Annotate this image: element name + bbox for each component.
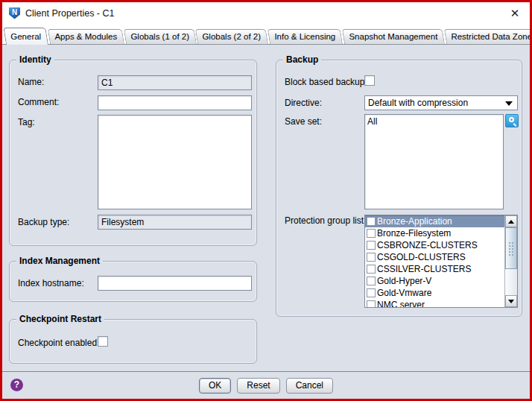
general-tab-panel: Identity Name: C1 Comment: Tag: Backup t… <box>2 45 530 371</box>
comment-label: Comment: <box>18 97 59 107</box>
list-item[interactable]: Bronze-Application <box>365 215 504 227</box>
name-field: C1 <box>98 75 252 90</box>
scrollbar-thumb[interactable] <box>505 227 517 269</box>
arrow-up-icon <box>508 220 514 224</box>
item-checkbox[interactable] <box>367 253 376 262</box>
list-item[interactable]: CSBRONZE-CLUSTERS <box>365 239 504 251</box>
backup-group: Backup Block based backup: Directive: De… <box>276 60 522 317</box>
item-label: Gold-Vmware <box>377 288 431 298</box>
item-label: Bronze-Application <box>377 216 452 227</box>
backup-type-field: Filesystem <box>98 215 252 230</box>
cancel-button[interactable]: Cancel <box>286 378 333 394</box>
client-properties-dialog: N Client Properties - C1 ✕ General Apps … <box>0 0 532 401</box>
tag-textarea[interactable] <box>98 115 252 209</box>
directive-selected-value: Default with compression <box>368 98 468 108</box>
scroll-down-button[interactable] <box>505 295 517 307</box>
identity-group-title: Identity <box>16 54 54 65</box>
arrow-down-icon <box>508 300 514 303</box>
item-checkbox[interactable] <box>367 288 376 297</box>
tab-globals-1[interactable]: Globals (1 of 2) <box>124 29 197 44</box>
index-management-group-title: Index Management <box>16 256 103 266</box>
title-bar: N Client Properties - C1 ✕ <box>2 2 530 24</box>
directive-label: Directive: <box>285 98 322 108</box>
item-label: CSGOLD-CLUSTERS <box>377 252 466 262</box>
tab-strip: General Apps & Modules Globals (1 of 2) … <box>2 24 530 45</box>
item-checkbox[interactable] <box>367 300 376 308</box>
item-label: Bronze-Filesystem <box>377 228 451 239</box>
name-label: Name: <box>18 77 44 87</box>
comment-field[interactable] <box>98 95 252 110</box>
tab-label: Globals (2 of 2) <box>203 32 262 41</box>
item-label: NMC server <box>377 300 425 308</box>
item-label: CSBRONZE-CLUSTERS <box>377 240 478 250</box>
item-checkbox[interactable] <box>367 229 376 238</box>
search-icon-handle <box>513 123 517 127</box>
block-based-backup-label: Block based backup: <box>285 77 367 87</box>
index-management-group: Index Management Index hostname: <box>9 261 257 302</box>
list-item[interactable]: NMC server <box>365 299 504 308</box>
tab-label: General <box>10 32 41 41</box>
checkpoint-restart-group: Checkpoint Restart Checkpoint enabled: <box>9 319 257 364</box>
list-item[interactable]: Gold-Hyper-V <box>365 275 504 287</box>
protection-group-listbox: Bronze-Application Bronze-Filesystem CSB… <box>364 215 518 308</box>
item-checkbox[interactable] <box>367 241 376 250</box>
tab-general[interactable]: General <box>3 28 48 45</box>
protection-group-items: Bronze-Application Bronze-Filesystem CSB… <box>365 215 504 308</box>
close-icon[interactable]: ✕ <box>507 7 523 20</box>
search-icon <box>509 117 514 122</box>
tab-snapshot-management[interactable]: Snapshot Management <box>342 29 445 44</box>
save-set-label: Save set: <box>285 116 322 127</box>
button-bar: ? OK Reset Cancel <box>2 371 530 399</box>
item-label: Gold-Hyper-V <box>377 276 431 286</box>
chevron-down-icon <box>505 101 513 106</box>
directive-select[interactable]: Default with compression <box>364 95 518 110</box>
list-item[interactable]: Bronze-Filesystem <box>365 227 504 239</box>
ok-button[interactable]: OK <box>199 378 231 394</box>
protection-group-list-label: Protection group list: <box>285 215 366 226</box>
save-set-search-button[interactable] <box>505 114 519 127</box>
backup-type-label: Backup type: <box>18 217 69 227</box>
tab-label: Snapshot Management <box>349 32 437 41</box>
list-item[interactable]: Gold-Vmware <box>365 287 504 299</box>
item-label: CSSILVER-CLUSTERS <box>377 264 471 274</box>
item-checkbox[interactable] <box>367 265 376 274</box>
checkpoint-enabled-label: Checkpoint enabled: <box>18 338 99 348</box>
tab-label: Apps & Modules <box>54 32 117 41</box>
tab-restricted-data-zones[interactable]: Restricted Data Zones <box>444 29 532 44</box>
tab-label: Globals (1 of 2) <box>130 32 189 41</box>
item-checkbox[interactable] <box>367 217 376 226</box>
tab-label: Info & Licensing <box>274 32 335 41</box>
help-button[interactable]: ? <box>10 379 23 391</box>
list-item[interactable]: CSGOLD-CLUSTERS <box>365 251 504 263</box>
checkpoint-restart-group-title: Checkpoint Restart <box>16 314 104 324</box>
index-hostname-field[interactable] <box>98 276 252 291</box>
tab-info-licensing[interactable]: Info & Licensing <box>267 29 343 44</box>
block-based-backup-checkbox[interactable] <box>364 75 375 86</box>
list-scrollbar[interactable] <box>504 215 517 307</box>
item-checkbox[interactable] <box>367 277 376 285</box>
tab-apps-modules[interactable]: Apps & Modules <box>48 29 124 44</box>
scroll-up-button[interactable] <box>505 215 517 227</box>
index-hostname-label: Index hostname: <box>18 278 84 288</box>
reset-button[interactable]: Reset <box>237 378 279 394</box>
identity-group: Identity Name: C1 Comment: Tag: Backup t… <box>9 60 257 246</box>
list-item[interactable]: CSSILVER-CLUSTERS <box>365 263 504 275</box>
networker-app-icon: N <box>9 7 20 19</box>
checkpoint-enabled-checkbox[interactable] <box>98 336 108 347</box>
window-title: Client Properties - C1 <box>25 8 115 19</box>
save-set-textarea[interactable]: All <box>364 114 504 209</box>
backup-group-title: Backup <box>283 54 321 65</box>
tab-globals-2[interactable]: Globals (2 of 2) <box>195 29 268 44</box>
tab-label: Restricted Data Zones <box>451 32 532 41</box>
tag-label: Tag: <box>18 117 35 127</box>
